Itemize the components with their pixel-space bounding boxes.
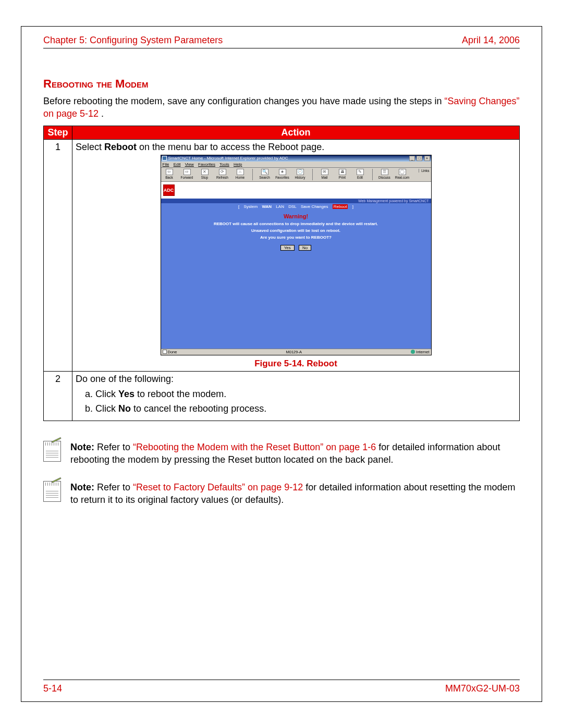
- document-id: MM70xG2-UM-03: [445, 683, 520, 694]
- menu-view[interactable]: View: [185, 162, 194, 167]
- table-row: 2 Do one of the following: a. Click Yes …: [44, 371, 520, 421]
- minimize-button[interactable]: _: [409, 156, 415, 161]
- toolbar-refresh[interactable]: ⟳Refresh: [216, 169, 229, 179]
- step-number: 1: [44, 139, 72, 371]
- substep-b-suffix: to cancel the rebooting process.: [131, 403, 266, 414]
- nav-system[interactable]: System: [244, 204, 258, 209]
- toolbar-history[interactable]: 🕘History: [293, 169, 307, 179]
- figure: SmartCNCT Home - Microsoft Internet Expl…: [76, 155, 516, 369]
- status-model: M0129-A: [179, 350, 409, 354]
- note-text: Note: Refer to “Reset to Factory Default…: [70, 481, 520, 507]
- toolbar-realcom[interactable]: ◯Real.com: [396, 169, 409, 179]
- nav-dsl[interactable]: DSL: [288, 204, 297, 209]
- document-icon: [163, 350, 167, 354]
- section-title: Rebooting the Modem: [43, 77, 520, 91]
- nav-reboot[interactable]: Reboot: [333, 204, 348, 209]
- warning-line: REBOOT will cause all connections to dro…: [161, 221, 431, 226]
- ie-toolbar: ⇦Back ⇨Forward ✕Stop ⟳Refresh ⌂Home 🔍Sea…: [161, 168, 431, 182]
- nav-lan[interactable]: LAN: [276, 204, 284, 209]
- note-prefix: Refer to: [94, 442, 133, 452]
- maximize-button[interactable]: □: [417, 156, 422, 161]
- step-number: 2: [44, 371, 72, 421]
- no-button[interactable]: No: [299, 245, 311, 251]
- page-number: 5-14: [43, 683, 62, 694]
- substep-b: b. Click: [85, 403, 118, 414]
- action-text: on the menu bar to access the Reboot pag…: [137, 142, 324, 152]
- intro-text: Before rebooting the modem, save any con…: [43, 96, 444, 106]
- note-label: Note:: [70, 482, 94, 492]
- note-block: Note: Refer to “Rebooting the Modem with…: [43, 441, 520, 466]
- intro-suffix: .: [101, 108, 104, 119]
- toolbar-mail[interactable]: ✉Mail: [318, 169, 332, 179]
- adc-logo: ADC: [163, 184, 175, 196]
- close-button[interactable]: ×: [424, 156, 430, 161]
- toolbar-forward[interactable]: ⇨Forward: [180, 169, 194, 179]
- note-block: Note: Refer to “Reset to Factory Default…: [43, 481, 520, 507]
- intro-paragraph: Before rebooting the modem, save any con…: [43, 95, 520, 120]
- step-action: Do one of the following: a. Click Yes to…: [72, 371, 520, 421]
- warning-line: Are you sure you want to REBOOT?: [161, 235, 431, 240]
- menu-file[interactable]: File: [163, 162, 169, 167]
- ie-content: ADC Web Management powered by SmartCNCT …: [161, 182, 431, 349]
- ie-icon: [162, 156, 167, 161]
- toolbar-links[interactable]: Links: [419, 169, 429, 172]
- figure-caption: Figure 5-14. Reboot: [76, 359, 516, 369]
- col-head-action: Action: [72, 126, 520, 139]
- ie-statusbar: Done M0129-A Internet: [161, 349, 431, 355]
- status-done: Done: [163, 350, 177, 354]
- window-controls: _ □ ×: [409, 156, 430, 161]
- toolbar-back[interactable]: ⇦Back: [163, 169, 176, 179]
- toolbar-stop[interactable]: ✕Stop: [198, 169, 212, 179]
- toolbar-discuss[interactable]: ☰Discuss: [378, 169, 391, 179]
- action-text: Select: [76, 142, 104, 152]
- ie-titlebar: SmartCNCT Home - Microsoft Internet Expl…: [161, 155, 431, 162]
- page: Chapter 5: Configuring System Parameters…: [21, 26, 542, 702]
- step-action: Select Reboot on the menu bar to access …: [72, 139, 520, 371]
- strip-text: Web Management powered by SmartCNCT: [161, 199, 431, 203]
- toolbar-edit[interactable]: ✎Edit: [353, 169, 367, 179]
- crossref-reset-button[interactable]: “Rebooting the Modem with the Reset Butt…: [133, 442, 376, 452]
- modem-nav: [ System WAN LAN DSL Save Changes Reboot…: [161, 203, 431, 210]
- adc-header: ADC: [161, 182, 431, 199]
- warning-line: Unsaved configuration will be lost on re…: [161, 228, 431, 233]
- substep-a: a. Click: [85, 389, 118, 399]
- menu-help[interactable]: Help: [234, 162, 242, 167]
- page-footer: 5-14 MM70xG2-UM-03: [43, 680, 520, 694]
- note-label: Note:: [70, 442, 94, 452]
- header-date: April 14, 2006: [462, 35, 520, 46]
- note-text: Note: Refer to “Rebooting the Modem with…: [70, 441, 520, 466]
- action-bold: Reboot: [104, 142, 137, 152]
- note-icon: [43, 441, 61, 462]
- ie-window: SmartCNCT Home - Microsoft Internet Expl…: [161, 155, 432, 355]
- globe-icon: [411, 350, 415, 354]
- substep-a-bold: Yes: [118, 389, 134, 399]
- status-zone: Internet: [411, 350, 429, 354]
- page-header: Chapter 5: Configuring System Parameters…: [43, 35, 520, 48]
- nav-wan[interactable]: WAN: [262, 204, 272, 209]
- steps-table: Step Action 1 Select Reboot on the menu …: [43, 126, 520, 422]
- action-text: Do one of the following:: [76, 374, 516, 385]
- nav-bracket: [: [238, 204, 239, 209]
- menu-edit[interactable]: Edit: [174, 162, 181, 167]
- note-icon: [43, 481, 61, 502]
- toolbar-favorites[interactable]: ★Favorites: [276, 169, 289, 179]
- ie-menubar: File Edit View Favorites Tools Help: [161, 162, 431, 168]
- nav-save-changes[interactable]: Save Changes: [301, 204, 328, 209]
- toolbar-home[interactable]: ⌂Home: [234, 169, 247, 179]
- note-prefix: Refer to: [94, 482, 133, 492]
- substep-a-suffix: to reboot the modem.: [134, 389, 226, 399]
- table-row: 1 Select Reboot on the menu bar to acces…: [44, 139, 520, 371]
- toolbar-print[interactable]: 🖶Print: [336, 169, 349, 179]
- yes-button[interactable]: Yes: [280, 245, 295, 251]
- warning-title: Warning!: [161, 213, 431, 219]
- window-title: SmartCNCT Home - Microsoft Internet Expl…: [168, 156, 408, 161]
- button-row: Yes No: [161, 245, 431, 251]
- substep-b-bold: No: [118, 403, 131, 414]
- menu-tools[interactable]: Tools: [219, 162, 229, 167]
- nav-bracket: ]: [352, 204, 353, 209]
- menu-favorites[interactable]: Favorites: [198, 162, 215, 167]
- col-head-step: Step: [44, 126, 72, 139]
- chapter-title: Chapter 5: Configuring System Parameters: [43, 35, 223, 46]
- crossref-factory-defaults[interactable]: “Reset to Factory Defaults” on page 9-12: [133, 482, 303, 492]
- toolbar-search[interactable]: 🔍Search: [258, 169, 272, 179]
